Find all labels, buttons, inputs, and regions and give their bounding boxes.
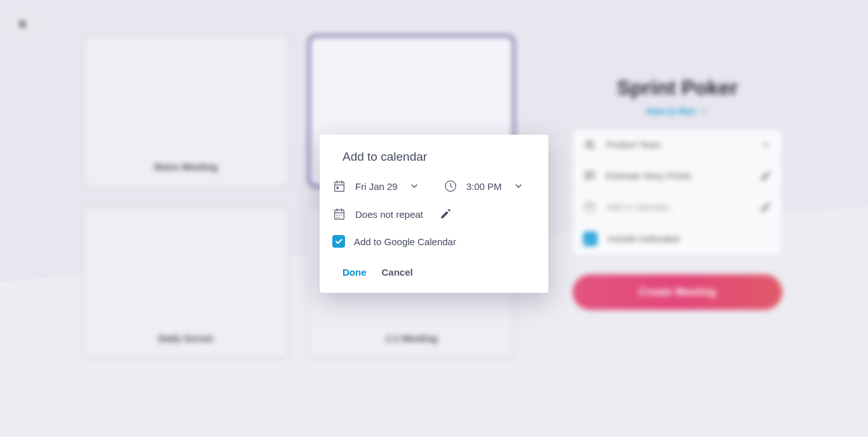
card-label: Retro Meeting [154,161,217,172]
chat-icon [583,170,596,182]
team-selector-row[interactable]: Product Team [573,130,782,161]
calendar-today-icon [332,179,346,193]
estimate-row[interactable]: Estimate Story Points [573,161,782,192]
modal-title: Add to calendar [342,150,526,164]
date-picker[interactable]: Fri Jan 29 [332,179,419,193]
team-name: Product Team [606,140,750,150]
repeat-selector[interactable]: Does not repeat [332,207,451,221]
arrow-left-icon [17,18,29,30]
time-picker[interactable]: 3:00 PM [444,179,524,193]
svg-rect-3 [585,203,593,212]
chevron-down-icon [513,181,524,191]
date-value: Fri Jan 29 [355,181,398,192]
clock-icon [444,179,458,193]
repeat-value: Does not repeat [355,209,423,220]
how-to-run-link[interactable]: How to Run [573,106,782,116]
svg-point-21 [339,217,340,218]
svg-point-17 [336,215,337,216]
chevron-down-icon [760,139,771,151]
icebreaker-row[interactable]: Include Icebreaker [573,223,782,255]
chevron-down-icon [700,107,709,116]
chevron-down-icon [409,181,419,191]
calendar-icon [583,201,596,213]
svg-point-19 [341,215,342,216]
estimate-label: Estimate Story Points [606,171,750,181]
google-calendar-label: Add to Google Calendar [354,236,456,247]
icebreaker-label: Include Icebreaker [607,234,771,244]
create-meeting-button[interactable]: Create Meeting [573,274,782,310]
card-label: Daily Scrum [158,333,214,344]
card-label: 1:1 Meeting [385,333,438,344]
pencil-icon [760,170,771,182]
meeting-card-retro[interactable]: Retro Meeting [83,35,289,187]
calendar-repeat-icon [332,207,346,221]
add-to-calendar-modal: Add to calendar Fri Jan 29 3:00 PM [320,135,548,293]
panel-title: Sprint Poker [573,76,782,100]
checkbox-checked-icon [332,235,345,248]
svg-rect-7 [335,182,344,192]
create-button-label: Create Meeting [639,286,716,298]
pencil-icon [760,201,771,213]
svg-rect-11 [336,187,339,189]
cancel-button[interactable]: Cancel [382,267,413,278]
time-value: 3:00 PM [466,181,502,192]
svg-point-18 [339,215,340,216]
google-calendar-checkbox[interactable]: Add to Google Calendar [332,235,456,248]
calendar-row[interactable]: Add to calendar... [573,192,782,223]
how-to-run-label: How to Run [646,106,696,116]
pencil-icon [440,208,451,220]
meeting-card-daily[interactable]: Daily Scrum [83,206,289,359]
people-icon [583,138,596,151]
checkbox-checked-icon [583,232,597,246]
calendar-placeholder: Add to calendar... [606,202,750,212]
back-button[interactable] [10,11,36,37]
done-button[interactable]: Done [342,267,367,278]
svg-point-20 [336,217,337,218]
